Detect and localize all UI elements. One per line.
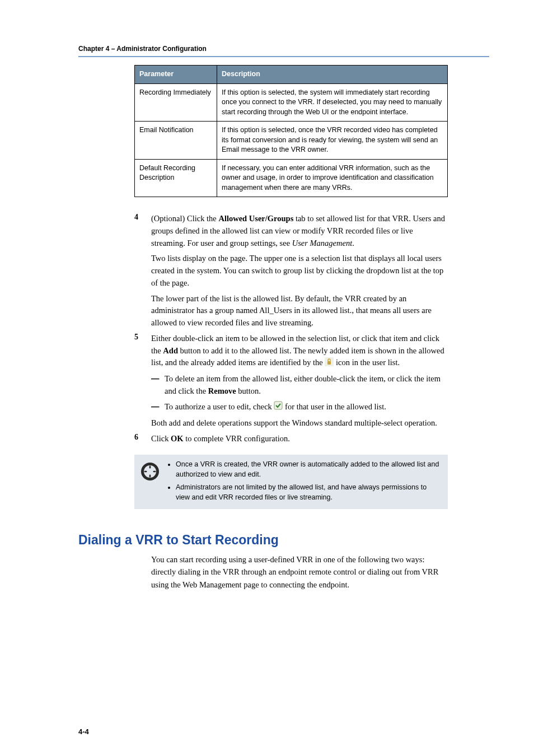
text: Click bbox=[151, 434, 171, 443]
bold: OK bbox=[171, 434, 184, 443]
step-number: 5 bbox=[134, 333, 151, 370]
step-4: 4 (Optional) Click the Allowed User/Grou… bbox=[134, 213, 448, 249]
text: button to add it to the allowed list. Th… bbox=[151, 346, 444, 367]
text: for that user in the allowed list. bbox=[285, 402, 386, 411]
step-text: (Optional) Click the Allowed User/Groups… bbox=[151, 213, 448, 249]
dash: — bbox=[151, 401, 165, 414]
step-6: 6 Click OK to complete VRR configuration… bbox=[134, 433, 448, 445]
svg-rect-1 bbox=[327, 361, 331, 365]
note-item: Once a VRR is created, the VRR owner is … bbox=[176, 459, 442, 479]
sub-item: — To delete an item from the allowed lis… bbox=[151, 373, 448, 398]
step-number: 4 bbox=[134, 213, 151, 249]
note-callout: Once a VRR is created, the VRR owner is … bbox=[134, 455, 448, 509]
svg-rect-8 bbox=[144, 471, 147, 473]
cell-desc: If necessary, you can enter additional V… bbox=[217, 159, 448, 197]
text: To delete an item from the allowed list,… bbox=[165, 374, 441, 395]
text: To authorize a user to edit, check bbox=[165, 402, 274, 411]
section-paragraph: You can start recording using a user-def… bbox=[151, 553, 448, 591]
sub-text: To authorize a user to edit, check for t… bbox=[165, 401, 386, 414]
dash: — bbox=[151, 373, 165, 398]
step-5: 5 Either double-click an item to be allo… bbox=[134, 333, 448, 370]
paragraph: The lower part of the list is the allowe… bbox=[151, 293, 448, 329]
note-circle-icon bbox=[140, 461, 162, 484]
parameters-table: Parameter Description Recording Immediat… bbox=[134, 65, 448, 197]
page-number: 4-4 bbox=[78, 727, 89, 736]
table-row: Recording Immediately If this option is … bbox=[135, 83, 448, 122]
header-rule bbox=[78, 56, 489, 57]
bold: Add bbox=[163, 346, 178, 355]
sub-text: To delete an item from the allowed list,… bbox=[165, 373, 448, 398]
note-list: Once a VRR is created, the VRR owner is … bbox=[167, 459, 442, 505]
bold: Remove bbox=[208, 386, 236, 395]
paragraph: Two lists display on the page. The upper… bbox=[151, 253, 448, 289]
page-header: Chapter 4 – Administrator Configuration bbox=[78, 45, 489, 53]
note-item: Administrators are not limited by the al… bbox=[176, 482, 442, 502]
svg-rect-5 bbox=[149, 466, 151, 469]
step-text: Click OK to complete VRR configuration. bbox=[151, 433, 290, 445]
italic: User Management bbox=[292, 239, 353, 248]
text: (Optional) Click the bbox=[151, 214, 218, 223]
cell-param: Recording Immediately bbox=[135, 83, 217, 122]
th-parameter: Parameter bbox=[135, 66, 217, 84]
lock-user-icon bbox=[325, 357, 334, 370]
table-row: Email Notification If this option is sel… bbox=[135, 122, 448, 160]
cell-param: Email Notification bbox=[135, 122, 217, 160]
svg-rect-6 bbox=[153, 471, 156, 473]
text: icon in the user list. bbox=[336, 358, 400, 367]
bold: Allowed User/Groups bbox=[218, 214, 293, 223]
table-row: Default Recording Description If necessa… bbox=[135, 159, 448, 197]
cell-param: Default Recording Description bbox=[135, 159, 217, 197]
checkbox-icon bbox=[274, 401, 283, 414]
cell-desc: If this option is selected, the system w… bbox=[217, 83, 448, 122]
text: . bbox=[352, 239, 354, 248]
cell-desc: If this option is selected, once the VRR… bbox=[217, 122, 448, 160]
sub-item: — To authorize a user to edit, check for… bbox=[151, 401, 448, 414]
text: to complete VRR configuration. bbox=[184, 434, 290, 443]
th-description: Description bbox=[217, 66, 448, 84]
step-number: 6 bbox=[134, 433, 151, 445]
svg-rect-2 bbox=[274, 402, 282, 409]
text: button. bbox=[236, 386, 261, 395]
paragraph: Both add and delete operations support t… bbox=[151, 417, 448, 430]
section-heading: Dialing a VRR to Start Recording bbox=[78, 533, 489, 548]
step-text: Either double-click an item to be allowe… bbox=[151, 333, 448, 370]
svg-rect-7 bbox=[149, 475, 151, 478]
